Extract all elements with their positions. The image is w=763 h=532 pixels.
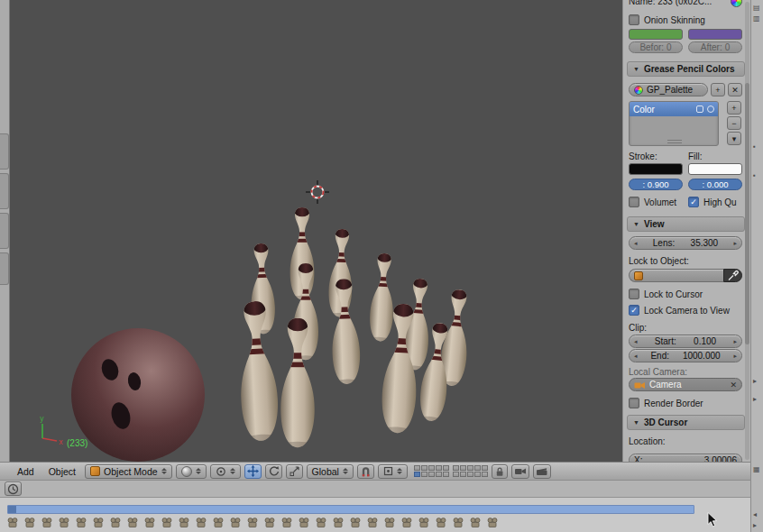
timeline-camera-marker[interactable]: [162, 518, 171, 527]
3d-cursor[interactable]: [306, 180, 329, 204]
onion-before-color-swatch[interactable]: [629, 29, 683, 40]
timeline-camera-marker[interactable]: [402, 518, 411, 527]
clear-camera-icon[interactable]: ✕: [730, 381, 737, 390]
toolshelf-tab[interactable]: [0, 173, 9, 209]
timeline-camera-marker[interactable]: [317, 518, 326, 527]
eyedropper-button[interactable]: [723, 269, 742, 282]
clip-start-field[interactable]: ◂ Start: 0.100 ▸: [629, 335, 742, 348]
section-grease-pencil-colors[interactable]: ▼ Grease Pencil Colors: [627, 61, 745, 77]
layer-button[interactable]: [436, 465, 442, 471]
palette-color-item[interactable]: Color: [630, 102, 718, 116]
collapsed-editor-icon[interactable]: ▦: [753, 465, 760, 473]
layer-button[interactable]: [474, 465, 481, 471]
timeline-camera-marker[interactable]: [419, 518, 428, 527]
lock-to-cursor-row[interactable]: Lock to Cursor: [629, 289, 703, 299]
layer-button[interactable]: [414, 465, 420, 471]
onion-after-color-swatch[interactable]: [688, 29, 742, 40]
viewport-canvas[interactable]: x y: [0, 0, 622, 462]
frame-range-bar[interactable]: [7, 505, 694, 514]
lock-camera-checkbox[interactable]: ✓: [629, 305, 639, 316]
layer-button[interactable]: [482, 465, 488, 471]
onion-before-field[interactable]: Befor: 0: [629, 41, 683, 53]
layer-button[interactable]: [428, 472, 435, 477]
add-color-button[interactable]: +: [727, 101, 741, 115]
manipulator-scale-button[interactable]: [286, 464, 303, 479]
timeline-camera-marker[interactable]: [77, 518, 86, 527]
timeline-camera-marker[interactable]: [368, 518, 377, 527]
expand-arrow-icon[interactable]: ▸: [753, 377, 757, 385]
timeline-camera-marker[interactable]: [299, 518, 308, 527]
collapsed-editor-icon[interactable]: ▤: [753, 4, 760, 12]
decrement-arrow-icon[interactable]: ◂: [634, 353, 638, 359]
volumetric-checkbox[interactable]: [629, 197, 639, 207]
timeline-camera-marker[interactable]: [282, 518, 291, 527]
fill-alpha-slider[interactable]: : 0.000: [688, 179, 742, 190]
high-quality-row[interactable]: ✓ High Qu: [688, 197, 742, 207]
onion-after-field[interactable]: After: 0: [688, 41, 742, 53]
layer-button[interactable]: [474, 472, 481, 477]
layer-button[interactable]: [453, 465, 459, 471]
panel-scrollbar[interactable]: [745, 2, 749, 460]
shading-dropdown[interactable]: [176, 464, 207, 479]
decrement-arrow-icon[interactable]: ◂: [634, 240, 638, 246]
timeline-camera-marker[interactable]: [334, 518, 343, 527]
timeline-camera-marker[interactable]: [231, 518, 240, 527]
snap-magnet-button[interactable]: [357, 464, 374, 479]
timeline-camera-marker[interactable]: [385, 518, 394, 527]
toolshelf-tab[interactable]: [0, 133, 9, 170]
color-wheel-icon[interactable]: [731, 0, 742, 7]
lens-field[interactable]: ◂ Lens: 35.300 ▸: [629, 236, 742, 250]
timeline-camera-marker[interactable]: [454, 518, 463, 527]
lock-to-cursor-checkbox[interactable]: [629, 289, 639, 299]
toolshelf-tab[interactable]: [0, 252, 9, 285]
high-quality-checkbox[interactable]: ✓: [688, 197, 699, 207]
remove-color-button[interactable]: −: [727, 116, 741, 130]
timeline-camera-marker[interactable]: [471, 518, 480, 527]
timeline-camera-marker[interactable]: [248, 518, 257, 527]
layer-button[interactable]: [436, 472, 442, 477]
stroke-alpha-slider[interactable]: : 0.900: [629, 179, 683, 190]
onion-skinning-checkbox[interactable]: [629, 14, 639, 25]
pivot-dropdown[interactable]: [210, 464, 241, 479]
cursor-location-x-field[interactable]: X: 3.00006: [629, 454, 742, 462]
palette-selector[interactable]: GP_Palette: [629, 83, 708, 96]
scene-objects[interactable]: [71, 206, 475, 462]
snap-element-dropdown[interactable]: [378, 464, 408, 479]
local-camera-field[interactable]: Camera ✕: [629, 378, 742, 391]
volumetric-row[interactable]: Volumet: [629, 197, 683, 207]
unlink-palette-button[interactable]: ✕: [728, 83, 742, 96]
layer-button[interactable]: [453, 472, 459, 477]
scroll-left-icon[interactable]: ◂: [753, 510, 757, 518]
bowling-pin[interactable]: [326, 226, 356, 324]
timeline-camera-marker[interactable]: [42, 518, 51, 527]
lock-object-field[interactable]: [629, 269, 723, 282]
toolshelf-tab[interactable]: [0, 213, 9, 249]
timeline-camera-marker[interactable]: [197, 518, 206, 527]
increment-arrow-icon[interactable]: ▸: [733, 338, 737, 344]
bowling-pin[interactable]: [366, 251, 399, 348]
section-3d-cursor[interactable]: ▼ 3D Cursor: [627, 415, 745, 430]
orientation-dropdown[interactable]: Global: [307, 464, 354, 479]
manipulator-rotate-button[interactable]: [265, 464, 282, 479]
bowling-ball[interactable]: [71, 328, 205, 462]
timeline-camera-marker[interactable]: [265, 518, 274, 527]
timeline-camera-marker[interactable]: [8, 518, 17, 527]
render-border-row[interactable]: Render Border: [629, 398, 703, 408]
layer-button[interactable]: [443, 465, 449, 471]
bowling-pin[interactable]: [232, 297, 283, 452]
clip-end-field[interactable]: ◂ End: 1000.000 ▸: [629, 349, 742, 362]
manipulator-translate-button[interactable]: [244, 464, 262, 479]
onion-skinning-row[interactable]: Onion Skinning: [629, 14, 705, 25]
layer-button[interactable]: [414, 472, 420, 477]
timeline-camera-marker[interactable]: [94, 518, 103, 527]
expand-arrow-icon[interactable]: ▸: [753, 395, 757, 403]
menu-object[interactable]: Object: [43, 466, 81, 477]
bowling-pin[interactable]: [288, 206, 317, 307]
layer-button[interactable]: [460, 465, 466, 471]
layer-button[interactable]: [467, 472, 473, 477]
timeline-camera-marker[interactable]: [128, 518, 137, 527]
timeline-camera-marker[interactable]: [145, 518, 154, 527]
color-specials-button[interactable]: ▾: [727, 132, 741, 145]
list-resize-grip[interactable]: [667, 140, 682, 143]
lock-camera-row[interactable]: ✓ Lock Camera to View: [629, 305, 730, 316]
